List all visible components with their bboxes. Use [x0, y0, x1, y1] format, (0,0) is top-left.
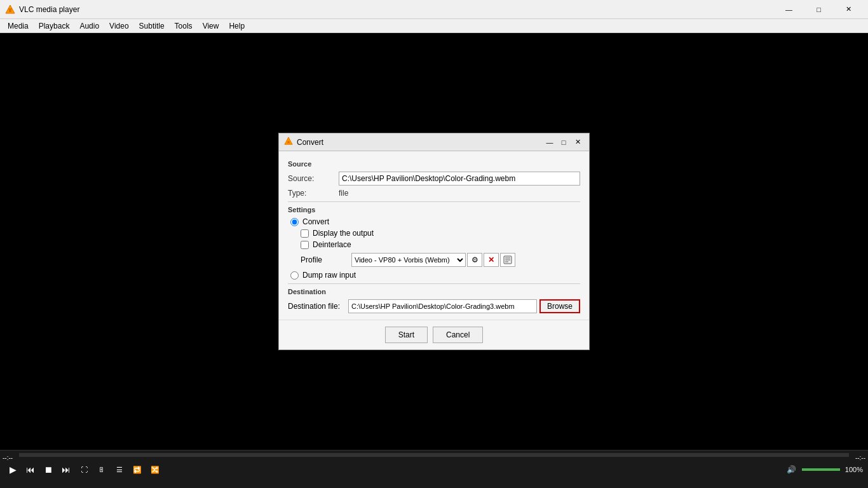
volume-percent: 100% — [845, 466, 863, 473]
extended-settings-button[interactable]: 🎚 — [94, 462, 109, 477]
type-value: file — [339, 189, 348, 198]
dialog-footer: Start Cancel — [279, 320, 589, 349]
source-row: Source: — [288, 172, 580, 186]
menu-tools[interactable]: Tools — [170, 20, 198, 32]
maximize-button[interactable]: □ — [804, 0, 833, 19]
controls-row: ▶ ⏮ ⏹ ⏭ ⛶ 🎚 ☰ 🔁 🔀 🔊 100% — [0, 459, 868, 480]
source-label: Source: — [288, 174, 339, 183]
divider-1 — [288, 201, 580, 202]
dump-raw-label[interactable]: Dump raw input — [302, 271, 356, 280]
progress-bar[interactable] — [19, 453, 849, 457]
volume-slider[interactable] — [802, 468, 840, 471]
minimize-button[interactable]: — — [775, 0, 803, 19]
settings-section-label: Settings — [288, 206, 580, 214]
dump-raw-radio[interactable] — [290, 271, 299, 280]
menu-subtitle[interactable]: Subtitle — [134, 20, 170, 32]
start-button[interactable]: Start — [385, 327, 428, 343]
profile-row: Profile Video - VP80 + Vorbis (Webm) Vid… — [301, 253, 580, 267]
new-profile-button[interactable] — [500, 253, 515, 267]
browse-button[interactable]: Browse — [539, 299, 580, 313]
random-button[interactable]: 🔀 — [147, 462, 163, 477]
dialog-icon — [284, 137, 293, 147]
profile-select[interactable]: Video - VP80 + Vorbis (Webm) Video - H.2… — [351, 253, 466, 267]
display-output-label[interactable]: Display the output — [313, 229, 374, 238]
convert-radio-row: Convert — [290, 217, 580, 226]
next-button[interactable]: ⏭ — [58, 462, 74, 477]
dialog-close-button[interactable]: ✕ — [571, 136, 584, 149]
time-remaining: --:-- — [855, 454, 865, 461]
volume-fill — [802, 468, 840, 471]
display-output-row: Display the output — [301, 229, 580, 238]
profile-label: Profile — [301, 255, 351, 264]
window-controls: — □ ✕ — [775, 0, 863, 19]
deinterlace-checkbox[interactable] — [301, 241, 309, 249]
fullscreen-button[interactable]: ⛶ — [76, 462, 92, 477]
cancel-button[interactable]: Cancel — [433, 327, 483, 343]
dialog-maximize-button[interactable]: □ — [557, 136, 570, 149]
prev-button[interactable]: ⏮ — [23, 462, 38, 477]
title-bar: VLC media player — □ ✕ — [0, 0, 868, 19]
menu-media[interactable]: Media — [3, 20, 34, 32]
dialog-title-bar: Convert — □ ✕ — [279, 133, 589, 151]
convert-radio[interactable] — [290, 218, 299, 226]
menu-view[interactable]: View — [198, 20, 224, 32]
menu-help[interactable]: Help — [224, 20, 250, 32]
menu-playback[interactable]: Playback — [34, 20, 75, 32]
svg-rect-4 — [287, 141, 290, 144]
type-row: Type: file — [288, 189, 580, 198]
volume-area: 🔊 100% — [784, 462, 863, 477]
destination-row: Destination file: Browse — [288, 299, 580, 313]
destination-file-input[interactable] — [348, 299, 537, 313]
dialog-overlay: Convert — □ ✕ Source Source: Type: file … — [0, 33, 868, 450]
dialog-title: Convert — [297, 138, 543, 147]
svg-rect-2 — [9, 8, 12, 10]
playlist-button[interactable]: ☰ — [112, 462, 127, 477]
source-input[interactable] — [339, 172, 580, 186]
divider-2 — [288, 283, 580, 284]
destination-file-label: Destination file: — [288, 302, 348, 311]
edit-profile-button[interactable]: ⚙ — [467, 253, 482, 267]
dialog-body: Source Source: Type: file Settings Conve… — [279, 151, 589, 320]
delete-profile-button[interactable]: ✕ — [484, 253, 499, 267]
vlc-icon — [5, 4, 15, 15]
convert-radio-label[interactable]: Convert — [302, 217, 329, 226]
dialog-window-controls: — □ ✕ — [543, 136, 584, 149]
menu-video[interactable]: Video — [104, 20, 133, 32]
time-elapsed: --:-- — [3, 454, 13, 461]
menu-audio[interactable]: Audio — [74, 20, 104, 32]
destination-section-label: Destination — [288, 288, 580, 295]
source-section-label: Source — [288, 160, 580, 168]
loop-button[interactable]: 🔁 — [130, 462, 145, 477]
close-button[interactable]: ✕ — [834, 0, 863, 19]
display-output-checkbox[interactable] — [301, 229, 309, 238]
menu-bar: Media Playback Audio Video Subtitle Tool… — [0, 19, 868, 33]
svg-rect-1 — [9, 10, 11, 12]
dialog-minimize-button[interactable]: — — [543, 136, 556, 149]
stop-button[interactable]: ⏹ — [41, 462, 56, 477]
convert-dialog: Convert — □ ✕ Source Source: Type: file … — [278, 133, 590, 350]
deinterlace-row: Deinterlace — [301, 240, 580, 249]
type-label: Type: — [288, 189, 339, 198]
svg-marker-3 — [285, 137, 292, 144]
dump-raw-row: Dump raw input — [290, 271, 580, 280]
app-title: VLC media player — [19, 5, 775, 14]
play-button[interactable]: ▶ — [5, 462, 20, 477]
playback-controls: --:-- --:-- ▶ ⏮ ⏹ ⏭ ⛶ 🎚 ☰ 🔁 🔀 🔊 100% — [0, 450, 868, 488]
volume-icon[interactable]: 🔊 — [784, 462, 799, 477]
deinterlace-label[interactable]: Deinterlace — [313, 240, 351, 249]
